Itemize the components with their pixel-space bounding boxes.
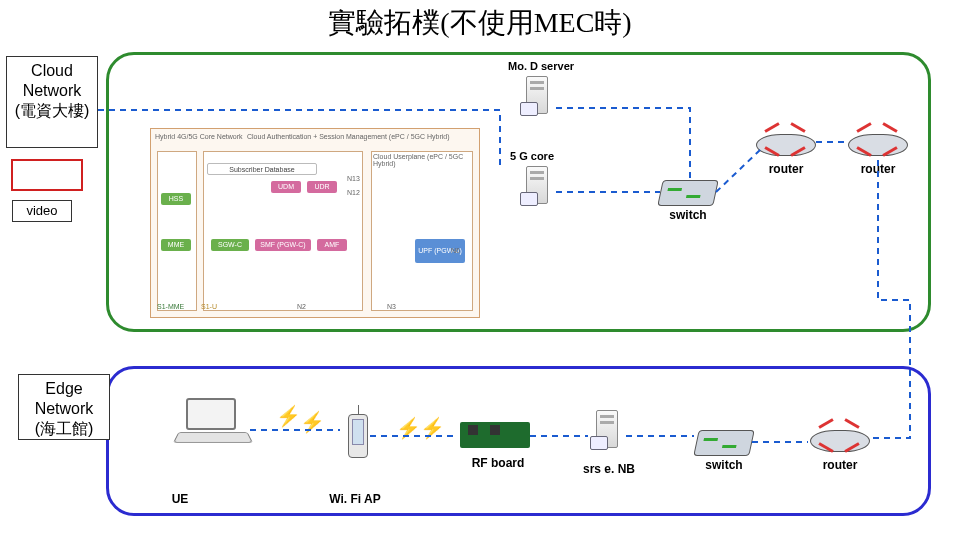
label-rf-board: RF board bbox=[468, 456, 528, 470]
video-label-box: video bbox=[12, 200, 72, 222]
chip-hss: HSS bbox=[161, 193, 191, 205]
cloud-router-2-icon bbox=[848, 120, 908, 164]
if-s11: S1-U bbox=[201, 303, 217, 310]
wireless-bolt-3-icon: ⚡ bbox=[396, 416, 421, 440]
chip-sgwc: SGW-C bbox=[211, 239, 249, 251]
core-arch-header-right: Cloud Authentication + Session Managemen… bbox=[247, 133, 450, 140]
chip-mme: MME bbox=[161, 239, 191, 251]
rf-board-icon bbox=[460, 422, 530, 448]
cloud-switch-icon bbox=[657, 180, 719, 206]
label-cloud-router-1: router bbox=[756, 162, 816, 176]
chip-udm: UDM bbox=[271, 181, 301, 193]
label-cloud-router-2: router bbox=[848, 162, 908, 176]
label-cloud-switch: switch bbox=[660, 208, 716, 222]
5g-core-server-icon bbox=[520, 166, 554, 214]
if-n12: N12 bbox=[347, 189, 360, 196]
chip-smf: SMF (PGW-C) bbox=[255, 239, 311, 251]
srs-enb-server-icon bbox=[590, 410, 624, 458]
core-arch-col-right-header: Cloud Userplane (ePC / 5GC Hybrid) bbox=[373, 153, 479, 167]
label-edge-switch: switch bbox=[696, 458, 752, 472]
if-n6: N6 bbox=[451, 247, 460, 254]
cloud-network-label-box: Cloud Network (電資大樓) bbox=[6, 56, 98, 148]
label-5g-core: 5 G core bbox=[510, 150, 554, 162]
chip-subscriber-db: Subscriber Database bbox=[207, 163, 317, 175]
if-n2: N2 bbox=[297, 303, 306, 310]
label-mod-server: Mo. D server bbox=[508, 60, 574, 72]
laptop-ue-icon bbox=[176, 398, 250, 448]
edge-switch-icon bbox=[693, 430, 755, 456]
edge-router-icon bbox=[810, 416, 870, 460]
label-edge-router: router bbox=[810, 458, 870, 472]
chip-amf: AMF bbox=[317, 239, 347, 251]
core-arch-header-left: Hybrid 4G/5G Core Network bbox=[155, 133, 243, 140]
label-srs-enb: srs e. NB bbox=[574, 462, 644, 476]
edge-network-label-box: Edge Network (海工館) bbox=[18, 374, 110, 440]
core-arch-panel: Hybrid 4G/5G Core Network Cloud Authenti… bbox=[150, 128, 480, 318]
if-n13: N13 bbox=[347, 175, 360, 182]
if-n3: N3 bbox=[387, 303, 396, 310]
cloud-router-1-icon bbox=[756, 120, 816, 164]
chip-udr: UDR bbox=[307, 181, 337, 193]
wireless-bolt-2-icon: ⚡ bbox=[300, 410, 325, 434]
wireless-bolt-4-icon: ⚡ bbox=[420, 416, 445, 440]
svg-rect-0 bbox=[12, 160, 82, 190]
label-wifi-ap: Wi. Fi AP bbox=[320, 492, 390, 506]
wifi-ap-icon bbox=[348, 414, 368, 458]
label-ue: UE bbox=[160, 492, 200, 506]
mod-server-icon bbox=[520, 76, 554, 124]
diagram-title: 實驗拓樸(不使用MEC時) bbox=[0, 4, 960, 42]
if-s1mme: S1-MME bbox=[157, 303, 184, 310]
wireless-bolt-1-icon: ⚡ bbox=[276, 404, 301, 428]
